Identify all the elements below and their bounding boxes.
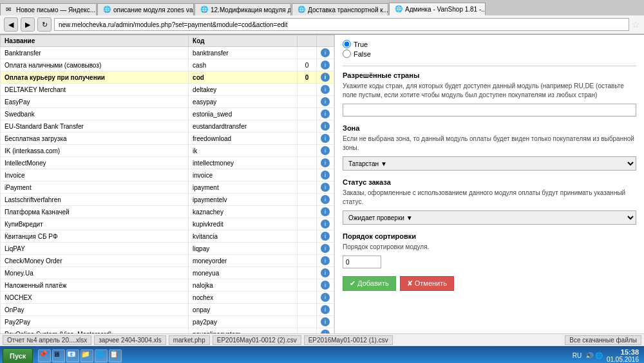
info-icon[interactable]: i <box>321 85 330 94</box>
open-file-5[interactable]: EP2016May01-0012 (1).csv <box>304 335 393 345</box>
tab-delivery[interactable]: 🌐 Доставка транспортной к... ✕ <box>292 3 388 15</box>
info-icon[interactable]: i <box>321 146 330 155</box>
table-row[interactable]: Banktransfer banktransfer i <box>1 47 334 59</box>
table-row[interactable]: DELTAKEY Merchant deltakey i <box>1 84 334 96</box>
info-icon[interactable]: i <box>321 281 330 290</box>
taskbar-icon-5[interactable]: 🌐 <box>95 349 108 362</box>
forward-button[interactable]: ▶ <box>21 17 35 32</box>
open-file-2[interactable]: зарчее 2404-3004.xls <box>94 335 166 345</box>
info-icon[interactable]: i <box>321 219 330 228</box>
table-row[interactable]: EasyPay easypay i <box>1 96 334 108</box>
table-row[interactable]: Pay2Pay pay2pay i <box>1 316 334 328</box>
module-info[interactable]: i <box>317 84 334 96</box>
module-info[interactable]: i <box>317 71 334 84</box>
module-info[interactable]: i <box>317 96 334 108</box>
table-row[interactable]: EU-Standard Bank Transfer eustandardtran… <box>1 120 334 133</box>
module-info[interactable]: i <box>317 279 334 292</box>
info-icon[interactable]: i <box>321 171 330 180</box>
module-info[interactable]: i <box>317 230 334 243</box>
info-icon[interactable]: i <box>321 330 330 333</box>
table-row[interactable]: PayOnline System (Visa, Mastercard) payo… <box>1 328 334 334</box>
order-status-select[interactable]: Ожидает проверки ▼ <box>343 210 636 225</box>
taskbar-icon-4[interactable]: 📁 <box>80 349 93 362</box>
table-row[interactable]: Invoice invoice i <box>1 169 334 182</box>
info-icon[interactable]: i <box>321 109 330 118</box>
module-info[interactable]: i <box>317 47 334 59</box>
module-info[interactable]: i <box>317 316 334 328</box>
module-info[interactable]: i <box>317 304 334 316</box>
table-row[interactable]: OnPay onpay i <box>1 304 334 316</box>
info-icon[interactable]: i <box>321 158 330 167</box>
address-bar[interactable] <box>54 18 629 31</box>
open-file-1[interactable]: Отчет №4 апрель 20....xlsx <box>3 335 91 345</box>
table-row[interactable]: IK (interkassa.com) ik i <box>1 145 334 157</box>
zone-select[interactable]: Татарстан ▼ <box>343 156 636 171</box>
info-icon[interactable]: i <box>321 207 330 216</box>
info-icon[interactable]: i <box>321 122 330 131</box>
module-info[interactable]: i <box>317 145 334 157</box>
module-info[interactable]: i <box>317 169 334 182</box>
table-row[interactable]: LiqPAY liqpay i <box>1 243 334 255</box>
info-icon[interactable]: i <box>321 256 330 265</box>
module-info[interactable]: i <box>317 292 334 304</box>
taskbar-icon-6[interactable]: 📋 <box>109 349 122 362</box>
add-button[interactable]: ✔ Добавить <box>343 276 396 291</box>
taskbar-icon-2[interactable]: 🖥 <box>52 349 65 362</box>
start-button[interactable]: Пуск <box>3 348 33 364</box>
info-icon[interactable]: i <box>321 73 330 82</box>
module-info[interactable]: i <box>317 328 334 334</box>
info-icon[interactable]: i <box>321 268 330 277</box>
info-icon[interactable]: i <box>321 134 330 143</box>
taskbar-icon-1[interactable]: 📌 <box>38 349 51 362</box>
radio-true-label[interactable]: True <box>343 40 636 48</box>
info-icon[interactable]: i <box>321 244 330 253</box>
module-info[interactable]: i <box>317 182 334 194</box>
radio-true[interactable] <box>343 40 351 48</box>
back-button[interactable]: ◀ <box>4 17 18 32</box>
table-row[interactable]: NOCHEX nochex i <box>1 292 334 304</box>
tab-module[interactable]: 🌐 12.Модификация модуля д... ✕ <box>194 3 291 15</box>
info-icon[interactable]: i <box>321 317 330 326</box>
tab-zones[interactable]: 🌐 описание модуля zones va... ✕ <box>97 3 194 15</box>
table-row[interactable]: Оплата наличными (самовывоз) cash 0 i <box>1 59 334 71</box>
table-row[interactable]: Платформа Казначей kaznachey i <box>1 206 334 218</box>
info-icon[interactable]: i <box>321 60 330 70</box>
table-row[interactable]: IntellectMoney intellectmoney i <box>1 157 334 169</box>
info-icon[interactable]: i <box>321 293 330 302</box>
module-info[interactable]: i <box>317 267 334 279</box>
module-info[interactable]: i <box>317 59 334 71</box>
table-row[interactable]: Оплата курьеру при получении cod 0 i <box>1 71 334 84</box>
info-icon[interactable]: i <box>321 232 330 241</box>
info-icon[interactable]: i <box>321 183 330 192</box>
open-file-3[interactable]: market.php <box>169 335 210 345</box>
table-row[interactable]: Money.Ua moneyua i <box>1 267 334 279</box>
module-info[interactable]: i <box>317 194 334 206</box>
allowed-countries-input[interactable] <box>343 104 636 116</box>
cancel-button[interactable]: ✘ Отменить <box>400 276 454 291</box>
module-info[interactable]: i <box>317 120 334 133</box>
module-info[interactable]: i <box>317 133 334 145</box>
reload-button[interactable]: ↻ <box>37 17 52 32</box>
module-info[interactable]: i <box>317 243 334 255</box>
module-info[interactable]: i <box>317 108 334 120</box>
all-downloads[interactable]: Все скачанные файлы <box>565 335 641 345</box>
table-row[interactable]: Swedbank estonia_swed i <box>1 108 334 120</box>
radio-false[interactable] <box>343 50 351 58</box>
info-icon[interactable]: i <box>321 305 330 314</box>
sort-order-input[interactable] <box>343 256 381 268</box>
table-row[interactable]: Квитанция СБ РФ kvitancia i <box>1 230 334 243</box>
taskbar-icon-3[interactable]: 📧 <box>66 349 79 362</box>
bookmark-icon[interactable]: ☆ <box>632 19 640 30</box>
table-row[interactable]: Наложенный платёж nalojka i <box>1 279 334 292</box>
table-row[interactable]: КупиВкредит kupivkredit i <box>1 218 334 230</box>
module-info[interactable]: i <box>317 157 334 169</box>
open-file-4[interactable]: EP2016May01-0012 (2).csv <box>213 335 301 345</box>
module-info[interactable]: i <box>317 255 334 267</box>
table-row[interactable]: Check/Money Order moneyorder i <box>1 255 334 267</box>
tab-mail[interactable]: ✉ Новое письмо — Яндекс... ✕ <box>0 3 97 15</box>
info-icon[interactable]: i <box>321 48 330 57</box>
tab-admin[interactable]: 🌐 Админка - VanShop 1.81 -... ✕ <box>389 3 486 15</box>
module-info[interactable]: i <box>317 218 334 230</box>
info-icon[interactable]: i <box>321 195 330 204</box>
module-info[interactable]: i <box>317 206 334 218</box>
